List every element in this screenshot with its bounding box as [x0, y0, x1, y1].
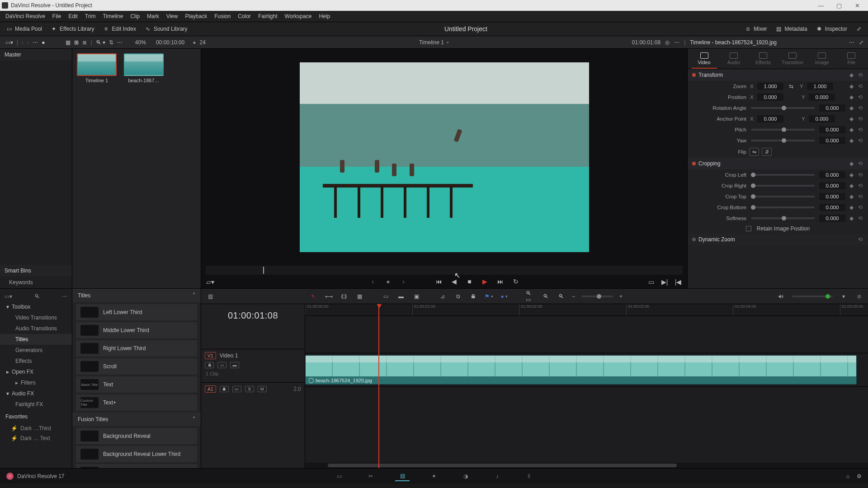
page-color[interactable]: ◑	[458, 471, 473, 481]
sound-library-toggle[interactable]: ∿Sound Library	[142, 24, 189, 33]
thumb-view-button[interactable]: ▦	[66, 39, 71, 46]
rotation-slider[interactable]	[751, 107, 815, 109]
anchor-y-input[interactable]: 0.000	[809, 115, 835, 122]
panel-view-button[interactable]: ▭▾	[5, 293, 12, 300]
inspector-tab-audio[interactable]: Audio	[721, 52, 746, 69]
reset-icon[interactable]: ⟲	[857, 127, 863, 133]
flip-v-button[interactable]: ⇵	[762, 148, 772, 156]
keyframe-icon[interactable]: ◆	[848, 204, 854, 211]
menu-edit[interactable]: Edit	[66, 12, 80, 20]
crop-right-input[interactable]: 0.000	[819, 182, 845, 189]
metadata-toggle[interactable]: ▤Metadata	[774, 24, 809, 33]
fx-options-button[interactable]: ⋯	[62, 293, 67, 300]
smart-bin-keywords[interactable]: Keywords	[0, 277, 72, 288]
keyframe-icon[interactable]: ◆	[848, 183, 854, 189]
zoom-x-input[interactable]: 1.000	[757, 83, 783, 90]
viewer-title[interactable]: Timeline 1	[419, 39, 444, 46]
zoom-detail-button[interactable]: 🔍︎	[541, 292, 550, 300]
flag-button[interactable]: ⚑	[484, 292, 493, 300]
menu-fusion[interactable]: Fusion	[212, 12, 233, 20]
lock-icon[interactable]: 🔒︎	[220, 386, 229, 392]
fx-tree-audio-transitions[interactable]: Audio Transitions	[0, 323, 72, 334]
keyframe-icon[interactable]: ◆	[848, 160, 854, 167]
audio-lane[interactable]	[305, 386, 868, 404]
home-button[interactable]: ⌂	[846, 473, 849, 479]
play-button[interactable]: ▶	[481, 277, 490, 286]
crop-top-slider[interactable]	[751, 196, 815, 197]
disable-video-button[interactable]: ▬	[230, 362, 239, 368]
project-settings-button[interactable]: ⚙	[857, 473, 862, 479]
record-timecode[interactable]: 01:00:01:08	[632, 39, 660, 46]
loop-button[interactable]: ↻	[511, 277, 520, 286]
pitch-input[interactable]: 0.000	[819, 126, 845, 133]
fusion-titles-category[interactable]: Fusion Titles˄	[72, 413, 201, 426]
marker-button[interactable]: ●	[500, 292, 509, 300]
enable-dot-icon[interactable]	[692, 238, 696, 241]
blade-tool[interactable]: ▦	[355, 292, 364, 300]
audio-track-header[interactable]: A1 🔒︎▭SM 2.0	[201, 382, 305, 400]
fx-tree-generators[interactable]: Generators	[0, 345, 72, 356]
timeline-timecode[interactable]: 01:00:01:08	[201, 304, 305, 329]
timeline-tracks[interactable]: 01:00:00:0001:00:01:0001:00:02:0001:00:0…	[305, 304, 868, 468]
menu-view[interactable]: View	[164, 12, 181, 20]
toolbox-node[interactable]: ▾Toolbox	[0, 301, 72, 312]
volume-slider[interactable]	[792, 296, 833, 297]
favorite-item[interactable]: ⚡Dark …Third	[0, 423, 72, 433]
menu-clip[interactable]: Clip	[127, 12, 142, 20]
audiofx-node[interactable]: ▾Audio FX	[0, 388, 72, 399]
viewer-scrubber[interactable]	[206, 266, 683, 275]
insert-button[interactable]: ▭	[381, 292, 390, 300]
next-clip-button[interactable]: ▶|	[660, 277, 669, 286]
stop-button[interactable]: ■	[465, 277, 474, 286]
viewer-zoom[interactable]: 40%	[135, 39, 146, 46]
inspector-more-button[interactable]: ⋯	[849, 39, 854, 46]
reset-icon[interactable]: ⟲	[857, 83, 863, 89]
nav-fwd-button[interactable]: ›	[27, 39, 29, 46]
inspector-expand-button[interactable]: ⤢	[859, 39, 863, 46]
lock-button[interactable]: 🔒︎	[469, 292, 478, 300]
go-start-button[interactable]: ⏮	[434, 277, 443, 286]
edit-index-toggle[interactable]: ≡Edit Index	[101, 24, 138, 33]
search-button[interactable]: 🔍︎ ▾	[96, 39, 105, 46]
media-pool-toggle[interactable]: ▭Media Pool	[4, 24, 44, 33]
more-button[interactable]: ⋯	[33, 39, 38, 46]
keyframe-icon[interactable]: ◆	[848, 127, 854, 133]
menu-workspace[interactable]: Workspace	[282, 12, 315, 20]
mute-track-button[interactable]: M	[258, 386, 267, 392]
reset-icon[interactable]: ⟲	[857, 116, 863, 122]
dynamic-zoom-header[interactable]: Dynamic Zoom ⟲	[688, 234, 868, 245]
titles-category[interactable]: Titles˄	[72, 289, 201, 302]
keyframe-icon[interactable]: ◆	[848, 137, 854, 144]
fx-tree-titles[interactable]: Titles	[0, 334, 72, 345]
reset-icon[interactable]: ⟲	[857, 204, 863, 211]
reset-icon[interactable]: ⟲	[857, 183, 863, 189]
page-edit[interactable]: ▤	[395, 471, 410, 481]
reset-icon[interactable]: ⟲	[857, 94, 863, 100]
crop-top-input[interactable]: 0.000	[819, 193, 845, 200]
inspector-tab-file[interactable]: File	[839, 52, 864, 69]
reset-icon[interactable]: ⟲	[857, 160, 863, 167]
rotation-input[interactable]: 0.000	[819, 104, 845, 112]
zoom-y-input[interactable]: 1.000	[807, 83, 833, 90]
fx-item[interactable]: Right Lower Third	[76, 340, 197, 357]
enable-dot-icon[interactable]	[692, 162, 696, 165]
snap-button[interactable]: ⊿	[438, 292, 447, 300]
zoom-slider[interactable]	[581, 296, 613, 297]
menu-file[interactable]: File	[50, 12, 64, 20]
video-clip[interactable]: ◯beach-1867524_1920.jpg	[305, 355, 857, 385]
a1-tag[interactable]: A1	[205, 385, 216, 393]
mark-button[interactable]: ●	[384, 277, 393, 286]
reset-icon[interactable]: ⟲	[857, 193, 863, 200]
playhead[interactable]	[378, 304, 379, 468]
flip-h-button[interactable]: ⇋	[749, 148, 759, 156]
fx-item[interactable]: Scroll	[76, 358, 197, 375]
yaw-input[interactable]: 0.000	[819, 137, 845, 144]
go-end-button[interactable]: ⏭	[496, 277, 505, 286]
reset-icon[interactable]: ⟲	[857, 137, 863, 144]
zoom-in-button[interactable]: +	[619, 293, 623, 300]
keyframe-icon[interactable]: ◆	[848, 105, 854, 111]
crop-left-slider[interactable]	[751, 174, 815, 176]
menu-color[interactable]: Color	[235, 12, 254, 20]
pitch-slider[interactable]	[751, 129, 815, 131]
prev-clip-button[interactable]: |◀	[674, 277, 683, 286]
